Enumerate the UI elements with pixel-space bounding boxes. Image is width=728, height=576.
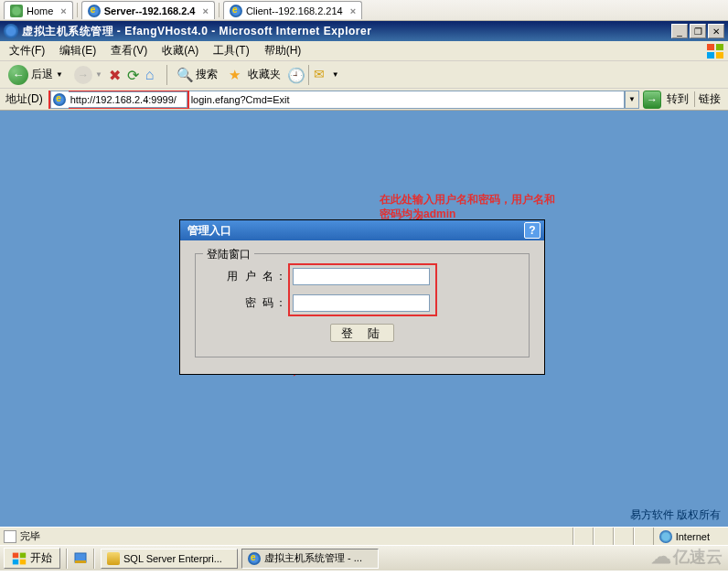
login-panel: 管理入口 ? 登陆窗口 用 户 名： 密 码： 登 陆: [179, 219, 545, 375]
status-text: 完毕: [20, 529, 40, 543]
search-button[interactable]: 🔍 搜索: [172, 65, 222, 85]
close-icon[interactable]: ×: [202, 5, 208, 16]
url-input[interactable]: [189, 91, 625, 109]
watermark-text: 亿速云: [673, 546, 723, 568]
toolbar: ← 后退 ▼ → ▼ ✖ ⟳ ⌂ 🔍 搜索 ★ 收藏夹 🕘 ✉ ▼: [0, 61, 728, 89]
globe-icon: [659, 530, 672, 543]
home-icon: [10, 5, 23, 17]
chevron-down-icon[interactable]: ▼: [332, 70, 339, 79]
svg-rect-8: [20, 559, 26, 564]
close-button[interactable]: ✕: [708, 24, 724, 38]
go-button[interactable]: →: [643, 91, 661, 109]
tab-server[interactable]: Server--192.168.2.4 ×: [81, 1, 215, 19]
username-input[interactable]: [293, 268, 430, 285]
password-label: 密 码：: [210, 295, 288, 311]
svg-rect-6: [20, 552, 26, 558]
home-icon[interactable]: ⌂: [145, 67, 162, 83]
tab-home[interactable]: Home ×: [4, 1, 73, 19]
history-icon[interactable]: 🕘: [287, 67, 304, 83]
status-cell: [614, 528, 634, 545]
close-icon[interactable]: ×: [350, 5, 356, 16]
menu-help[interactable]: 帮助(H): [259, 41, 307, 60]
copyright-text: 易方软件 版权所有: [630, 507, 721, 523]
menu-file[interactable]: 文件(F): [4, 41, 50, 60]
svg-rect-2: [707, 52, 714, 59]
annotation-text: 在此处输入用户名和密码，用户名和密码均为admin: [380, 192, 562, 221]
username-label: 用 户 名：: [210, 269, 288, 284]
watermark: ☁ 亿速云: [651, 545, 723, 569]
windows-logo-icon: [12, 551, 27, 566]
help-button[interactable]: ?: [524, 222, 541, 239]
window-title-bar: 虚拟主机系统管理 - EfangVHost4.0 - Microsoft Int…: [0, 21, 728, 41]
tab-label: Home: [27, 5, 53, 16]
url-highlight-box: [48, 91, 189, 109]
fieldset-legend: 登陆窗口: [203, 247, 254, 262]
taskbar-item-label: SQL Server Enterpri...: [123, 553, 222, 564]
tab-separator: [77, 3, 78, 17]
minimize-button[interactable]: _: [671, 24, 688, 38]
cloud-icon: ☁: [651, 545, 671, 569]
login-button[interactable]: 登 陆: [330, 324, 394, 342]
search-icon: 🔍: [177, 67, 193, 83]
sql-icon: [107, 552, 120, 565]
status-cell: [634, 528, 654, 545]
status-cell: [573, 528, 594, 545]
star-icon: ★: [229, 67, 245, 83]
menu-tools[interactable]: 工具(T): [208, 41, 254, 60]
favorites-button[interactable]: ★ 收藏夹: [224, 65, 285, 85]
refresh-icon[interactable]: ⟳: [127, 67, 144, 83]
page-icon: [4, 530, 16, 543]
svg-rect-3: [716, 52, 723, 59]
address-label: 地址(D): [4, 91, 45, 107]
maximize-button[interactable]: ❐: [690, 24, 706, 38]
tab-label: Server--192.168.2.4: [104, 5, 196, 16]
taskbar: 开始 SQL Server Enterpri... 虚拟主机系统管理 - ...…: [0, 545, 728, 571]
status-cell: [594, 528, 614, 545]
page-content: 在此处输入用户名和密码，用户名和密码均为admin 管理入口 ? 登陆窗口 用 …: [0, 111, 728, 527]
svg-rect-5: [13, 552, 18, 558]
taskbar-item-sql[interactable]: SQL Server Enterpri...: [101, 549, 238, 569]
menu-bar: 文件(F) 编辑(E) 查看(V) 收藏(A) 工具(T) 帮助(H): [0, 41, 728, 61]
back-label: 后退: [31, 67, 53, 82]
ie-icon: [4, 24, 18, 38]
back-button[interactable]: ← 后退 ▼: [4, 63, 68, 87]
back-arrow-icon: ←: [8, 65, 28, 85]
taskbar-separator: [66, 549, 68, 569]
password-input[interactable]: [293, 294, 430, 312]
mail-icon[interactable]: ✉: [314, 67, 330, 83]
taskbar-separator: [93, 549, 95, 569]
favorites-label: 收藏夹: [248, 67, 281, 82]
menu-edit[interactable]: 编辑(E): [54, 41, 102, 60]
svg-rect-0: [707, 44, 714, 50]
svg-rect-7: [13, 559, 18, 564]
tab-label: Client--192.168.2.214: [246, 5, 343, 16]
login-fieldset: 登陆窗口 用 户 名： 密 码： 登 陆: [195, 253, 530, 357]
ie-icon: [248, 552, 261, 565]
go-label: 转到: [665, 91, 691, 107]
panel-title: 管理入口: [187, 223, 231, 239]
search-label: 搜索: [196, 67, 218, 82]
tab-separator: [219, 3, 219, 17]
taskbar-item-vhost[interactable]: 虚拟主机系统管理 - ...: [241, 549, 379, 569]
tab-client[interactable]: Client--192.168.2.214 ×: [223, 1, 362, 19]
status-bar: 完毕 Internet: [0, 527, 728, 545]
chevron-down-icon: ▼: [56, 70, 63, 79]
url-input-highlighted[interactable]: [69, 91, 187, 108]
svg-rect-10: [75, 560, 86, 563]
panel-title-bar: 管理入口 ?: [180, 220, 544, 240]
start-button[interactable]: 开始: [4, 548, 60, 569]
menu-favorites[interactable]: 收藏(A): [156, 41, 204, 60]
stop-icon[interactable]: ✖: [109, 67, 125, 83]
links-label[interactable]: 链接: [694, 91, 724, 107]
forward-button[interactable]: → ▼: [70, 64, 107, 86]
forward-arrow-icon: →: [74, 66, 92, 84]
zone-text: Internet: [676, 531, 710, 542]
close-icon[interactable]: ×: [60, 5, 66, 16]
show-desktop-icon[interactable]: [73, 551, 88, 566]
toolbar-separator: [308, 65, 309, 85]
browser-tabs: Home × Server--192.168.2.4 × Client--192…: [0, 0, 728, 21]
start-label: 开始: [30, 550, 52, 566]
taskbar-item-label: 虚拟主机系统管理 - ...: [264, 551, 362, 565]
menu-view[interactable]: 查看(V): [105, 41, 153, 60]
url-dropdown-icon[interactable]: ▼: [625, 91, 639, 109]
